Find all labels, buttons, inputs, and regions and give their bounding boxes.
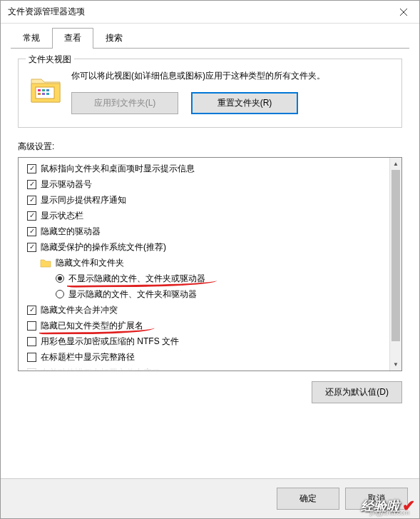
list-item[interactable]: 在标题栏中显示完整路径 (20, 349, 388, 365)
dialog-footer: 确定 取消 经验啦 ✔ jingyanla.com (1, 478, 419, 518)
cancel-button[interactable]: 取消 (345, 488, 408, 510)
list-item-label: 隐藏空的驱动器 (41, 226, 101, 238)
reset-folders-button[interactable]: 重置文件夹(R) (191, 92, 298, 114)
svg-rect-6 (46, 93, 49, 95)
list-item-label: 显示驱动器号 (41, 178, 92, 191)
checkbox-icon[interactable] (27, 353, 36, 362)
checkbox-icon[interactable] (27, 164, 36, 173)
scroll-up-button[interactable]: ▲ (390, 158, 401, 170)
list-item[interactable]: 隐藏已知文件类型的扩展名 (20, 318, 388, 333)
list-item[interactable]: 鼠标指向文件夹和桌面项时显示提示信息 (20, 161, 388, 176)
scrollbar[interactable]: ▲ ▼ (389, 158, 401, 371)
svg-rect-1 (38, 89, 41, 91)
close-button[interactable] (387, 1, 419, 23)
checkbox-icon[interactable] (27, 321, 36, 331)
scroll-down-button[interactable]: ▼ (390, 358, 401, 371)
checkbox-icon[interactable] (27, 243, 36, 252)
list-item[interactable]: 隐藏文件夹合并冲突 (20, 302, 388, 318)
checkbox-icon[interactable] (27, 306, 36, 315)
window-title: 文件资源管理器选项 (8, 6, 387, 18)
list-item-label: 不显示隐藏的文件、文件夹或驱动器 (68, 273, 205, 285)
list-item-label: 隐藏受保护的操作系统文件(推荐) (41, 241, 166, 253)
tab-general[interactable]: 常规 (11, 28, 52, 49)
folder-view-legend: 文件夹视图 (26, 54, 74, 66)
checkbox-icon[interactable] (27, 211, 36, 221)
tab-strip: 常规 查看 搜索 (1, 24, 419, 49)
list-item-label: 隐藏文件夹合并冲突 (41, 304, 118, 316)
folder-view-group: 文件夹视图 你可以将此视图(如详细 (18, 59, 402, 128)
checkbox-icon[interactable] (27, 196, 36, 205)
list-item[interactable]: 隐藏空的驱动器 (20, 223, 388, 239)
titlebar: 文件资源管理器选项 (1, 1, 419, 24)
list-item-label: 在标题栏中显示完整路径 (41, 351, 135, 363)
checkbox-icon[interactable] (27, 180, 36, 189)
checkbox-icon[interactable] (27, 368, 36, 371)
scroll-thumb[interactable] (391, 170, 400, 341)
restore-defaults-button[interactable]: 还原为默认值(D) (312, 381, 402, 403)
close-icon (400, 9, 407, 16)
checkbox-icon[interactable] (27, 337, 36, 346)
list-item[interactable]: 显示同步提供程序通知 (20, 192, 388, 208)
svg-rect-4 (38, 93, 41, 95)
advanced-settings-list[interactable]: 鼠标指向文件夹和桌面项时显示提示信息显示驱动器号显示同步提供程序通知显示状态栏隐… (18, 157, 402, 371)
svg-rect-2 (42, 89, 45, 91)
folder-icon (40, 258, 51, 268)
tab-view[interactable]: 查看 (52, 28, 93, 49)
folder-icon (30, 69, 61, 106)
list-item[interactable]: 用彩色显示加密或压缩的 NTFS 文件 (20, 333, 388, 349)
list-item-label: 在单独的进程中打开文件夹窗口 (41, 367, 160, 371)
svg-rect-5 (42, 93, 45, 95)
list-item-label: 鼠标指向文件夹和桌面项时显示提示信息 (41, 163, 195, 175)
watermark-url: jingyanla.com (370, 509, 409, 516)
list-item-label: 隐藏文件和文件夹 (56, 257, 124, 269)
checkbox-icon[interactable] (27, 227, 36, 236)
list-item[interactable]: 在单独的进程中打开文件夹窗口 (20, 365, 388, 371)
svg-rect-3 (46, 89, 49, 91)
list-item[interactable]: 显示隐藏的文件、文件夹和驱动器 (20, 286, 388, 302)
list-item-label: 显示隐藏的文件、文件夹和驱动器 (68, 288, 197, 301)
list-item-label: 显示同步提供程序通知 (41, 194, 126, 206)
advanced-settings-label: 高级设置: (18, 141, 402, 153)
tab-content: 文件夹视图 你可以将此视图(如详细 (1, 49, 419, 478)
list-item-label: 用彩色显示加密或压缩的 NTFS 文件 (41, 336, 179, 348)
tab-search[interactable]: 搜索 (93, 28, 135, 49)
list-item-label: 显示状态栏 (41, 210, 83, 222)
list-item-label: 隐藏已知文件类型的扩展名 (41, 320, 143, 332)
radio-icon[interactable] (56, 274, 64, 283)
list-item[interactable]: 显示状态栏 (20, 208, 388, 223)
list-item[interactable]: 隐藏文件和文件夹 (20, 255, 388, 271)
ok-button[interactable]: 确定 (277, 488, 339, 510)
apply-to-folders-button: 应用到文件夹(L) (71, 92, 178, 114)
radio-icon[interactable] (56, 290, 64, 298)
folder-view-description: 你可以将此视图(如详细信息或图标)应用于这种类型的所有文件夹。 (71, 69, 390, 82)
scroll-track[interactable] (390, 170, 401, 358)
list-item[interactable]: 不显示隐藏的文件、文件夹或驱动器 (20, 271, 388, 286)
list-item[interactable]: 显示驱动器号 (20, 176, 388, 192)
list-item[interactable]: 隐藏受保护的操作系统文件(推荐) (20, 239, 388, 255)
dialog-window: 文件资源管理器选项 常规 查看 搜索 文件夹视图 (0, 0, 420, 519)
